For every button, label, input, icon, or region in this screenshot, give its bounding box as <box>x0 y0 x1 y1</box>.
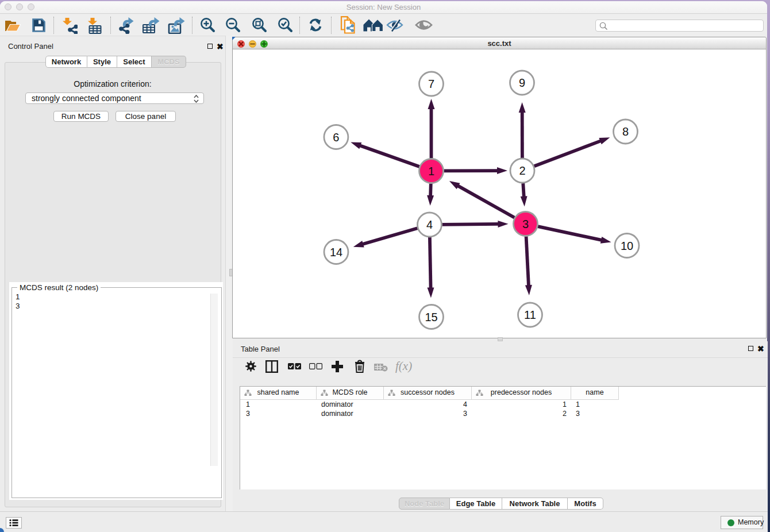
svg-text:11: 11 <box>524 309 536 321</box>
svg-text:10: 10 <box>621 240 633 252</box>
svg-text:3: 3 <box>522 218 529 230</box>
svg-text:15: 15 <box>425 311 437 323</box>
svg-text:7: 7 <box>428 78 434 90</box>
svg-text:1: 1 <box>428 165 434 178</box>
svg-text:6: 6 <box>333 131 339 144</box>
svg-text:4: 4 <box>426 218 433 231</box>
svg-text:2: 2 <box>519 164 525 177</box>
svg-text:14: 14 <box>330 246 342 259</box>
svg-text:9: 9 <box>519 76 525 89</box>
svg-text:8: 8 <box>622 125 629 138</box>
